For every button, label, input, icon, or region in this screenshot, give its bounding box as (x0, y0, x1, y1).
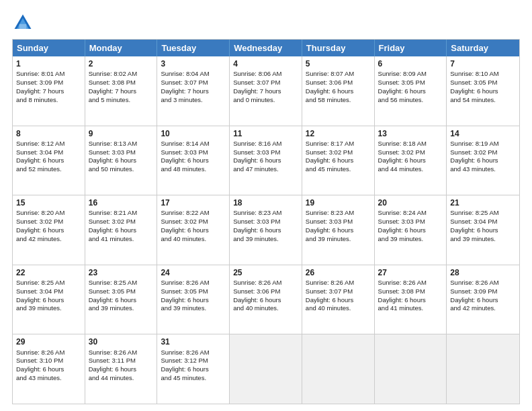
day-cell-7: 7Sunrise: 8:10 AMSunset: 3:05 PMDaylight… (447, 56, 519, 126)
day-info-line: and 56 minutes. (378, 96, 443, 105)
day-cell-29: 29Sunrise: 8:26 AMSunset: 3:10 PMDayligh… (13, 334, 85, 404)
day-info-line: and 43 minutes. (16, 374, 81, 383)
day-cell-31: 31Sunrise: 8:26 AMSunset: 3:12 PMDayligh… (157, 334, 230, 404)
day-cell-1: 1Sunrise: 8:01 AMSunset: 3:09 PMDaylight… (13, 56, 85, 126)
day-info-line: Daylight: 6 hours (306, 156, 371, 165)
header-day-friday: Friday (375, 40, 447, 56)
day-number: 13 (378, 128, 443, 139)
day-info-line: Daylight: 6 hours (89, 365, 154, 374)
day-info-line: and 50 minutes. (89, 165, 154, 174)
day-info-line: Sunrise: 8:10 AM (450, 70, 516, 79)
day-cell-22: 22Sunrise: 8:25 AMSunset: 3:04 PMDayligh… (13, 265, 85, 334)
day-info-line: Daylight: 6 hours (161, 226, 226, 235)
day-number: 3 (161, 58, 226, 69)
day-number: 22 (16, 267, 81, 278)
day-info-line: Sunset: 3:02 PM (161, 218, 226, 226)
day-number: 28 (450, 267, 516, 278)
day-info-line: Sunrise: 8:07 AM (306, 70, 371, 79)
day-info-line: Sunset: 3:04 PM (450, 218, 516, 226)
day-info-line: Sunset: 3:02 PM (450, 148, 516, 157)
day-info-line: and 44 minutes. (378, 165, 443, 174)
empty-cell (230, 334, 302, 404)
day-info-line: Sunset: 3:03 PM (233, 148, 298, 157)
day-number: 26 (306, 267, 371, 278)
day-info-line: and 40 minutes. (161, 235, 226, 244)
day-number: 27 (378, 267, 443, 278)
day-info-line: and 40 minutes. (306, 304, 371, 313)
day-info-line: Daylight: 6 hours (16, 156, 81, 165)
day-info-line: Sunrise: 8:01 AM (16, 70, 81, 79)
calendar-body: 1Sunrise: 8:01 AMSunset: 3:09 PMDaylight… (13, 56, 519, 404)
day-info-line: Sunrise: 8:20 AM (16, 209, 81, 218)
day-info-line: and 39 minutes. (306, 235, 371, 244)
calendar-row-5: 29Sunrise: 8:26 AMSunset: 3:10 PMDayligh… (13, 334, 519, 404)
calendar: SundayMondayTuesdayWednesdayThursdayFrid… (12, 39, 520, 404)
day-number: 12 (306, 128, 371, 139)
day-info-line: and 41 minutes. (89, 235, 154, 244)
svg-rect-2 (19, 24, 27, 29)
header-day-wednesday: Wednesday (230, 40, 302, 56)
day-info-line: Sunrise: 8:22 AM (161, 209, 226, 218)
day-info-line: Sunset: 3:09 PM (16, 79, 81, 87)
day-info-line: Sunset: 3:06 PM (306, 79, 371, 87)
day-info-line: Daylight: 6 hours (450, 296, 516, 305)
day-info-line: Daylight: 6 hours (161, 296, 226, 305)
day-cell-15: 15Sunrise: 8:20 AMSunset: 3:02 PMDayligh… (13, 195, 85, 265)
day-info-line: and 52 minutes. (16, 165, 81, 174)
day-info-line: Sunrise: 8:26 AM (233, 279, 298, 287)
day-number: 9 (89, 128, 154, 139)
day-number: 21 (450, 197, 516, 208)
day-cell-8: 8Sunrise: 8:12 AMSunset: 3:04 PMDaylight… (13, 126, 85, 195)
day-info-line: Sunset: 3:03 PM (161, 148, 226, 157)
day-number: 20 (378, 197, 443, 208)
day-info-line: Daylight: 6 hours (161, 156, 226, 165)
day-info-line: Daylight: 6 hours (306, 296, 371, 305)
day-info-line: and 5 minutes. (89, 96, 154, 105)
day-cell-14: 14Sunrise: 8:19 AMSunset: 3:02 PMDayligh… (447, 126, 519, 195)
calendar-header: SundayMondayTuesdayWednesdayThursdayFrid… (13, 40, 519, 56)
day-info-line: and 39 minutes. (233, 235, 298, 244)
day-info-line: and 3 minutes. (161, 96, 226, 105)
day-cell-21: 21Sunrise: 8:25 AMSunset: 3:04 PMDayligh… (447, 195, 519, 265)
day-info-line: Sunrise: 8:02 AM (89, 70, 154, 79)
day-info-line: and 47 minutes. (233, 165, 298, 174)
day-info-line: Daylight: 7 hours (89, 87, 154, 96)
day-info-line: and 58 minutes. (306, 96, 371, 105)
day-info-line: Daylight: 6 hours (378, 226, 443, 235)
day-info-line: Sunset: 3:07 PM (233, 79, 298, 87)
day-info-line: Sunset: 3:03 PM (89, 148, 154, 157)
day-cell-2: 2Sunrise: 8:02 AMSunset: 3:08 PMDaylight… (85, 56, 158, 126)
calendar-row-1: 1Sunrise: 8:01 AMSunset: 3:09 PMDaylight… (13, 56, 519, 126)
day-info-line: Sunset: 3:02 PM (306, 148, 371, 157)
day-number: 10 (161, 128, 226, 139)
day-info-line: Sunrise: 8:26 AM (450, 279, 516, 287)
day-cell-6: 6Sunrise: 8:09 AMSunset: 3:05 PMDaylight… (375, 56, 447, 126)
day-info-line: Sunrise: 8:24 AM (378, 209, 443, 218)
day-cell-5: 5Sunrise: 8:07 AMSunset: 3:06 PMDaylight… (302, 56, 375, 126)
day-info-line: Daylight: 6 hours (16, 296, 81, 305)
day-cell-10: 10Sunrise: 8:14 AMSunset: 3:03 PMDayligh… (157, 126, 230, 195)
day-info-line: Daylight: 6 hours (161, 365, 226, 374)
day-info-line: Daylight: 6 hours (378, 87, 443, 96)
day-info-line: Sunset: 3:05 PM (450, 79, 516, 87)
day-cell-25: 25Sunrise: 8:26 AMSunset: 3:06 PMDayligh… (230, 265, 302, 334)
day-info-line: Sunset: 3:04 PM (16, 148, 81, 157)
day-info-line: and 42 minutes. (450, 304, 516, 313)
day-info-line: Daylight: 7 hours (16, 87, 81, 96)
day-info-line: Sunset: 3:03 PM (306, 218, 371, 226)
header-day-sunday: Sunday (13, 40, 85, 56)
day-info-line: Sunrise: 8:04 AM (161, 70, 226, 79)
day-info-line: Sunrise: 8:26 AM (89, 349, 154, 357)
day-cell-23: 23Sunrise: 8:25 AMSunset: 3:05 PMDayligh… (85, 265, 158, 334)
day-number: 2 (89, 58, 154, 69)
day-info-line: Sunset: 3:02 PM (89, 218, 154, 226)
day-info-line: and 39 minutes. (161, 304, 226, 313)
day-info-line: Sunset: 3:02 PM (378, 148, 443, 157)
calendar-row-4: 22Sunrise: 8:25 AMSunset: 3:04 PMDayligh… (13, 265, 519, 334)
day-number: 30 (89, 336, 154, 347)
empty-cell (447, 334, 519, 404)
day-info-line: and 0 minutes. (233, 96, 298, 105)
day-cell-17: 17Sunrise: 8:22 AMSunset: 3:02 PMDayligh… (157, 195, 230, 265)
day-info-line: and 48 minutes. (161, 165, 226, 174)
day-cell-19: 19Sunrise: 8:23 AMSunset: 3:03 PMDayligh… (302, 195, 375, 265)
